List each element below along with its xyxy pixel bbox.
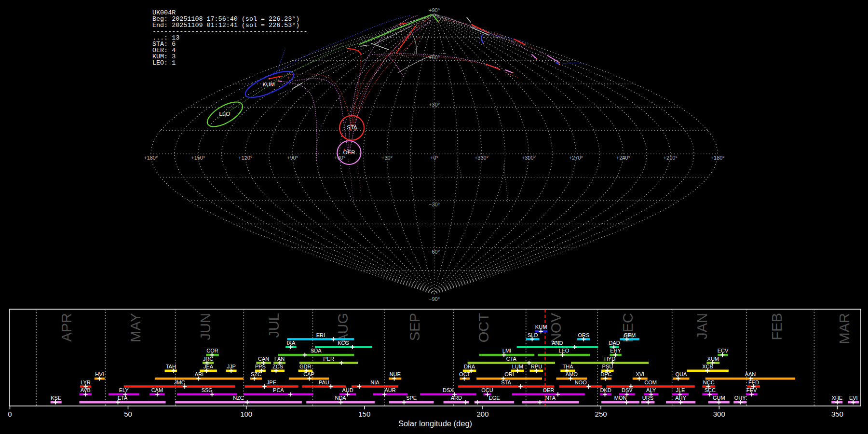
svg-text:LEO: LEO (558, 348, 569, 353)
svg-text:+180°: +180° (711, 155, 725, 161)
svg-text:NUE: NUE (390, 371, 401, 377)
svg-text:JAN: JAN (694, 313, 710, 339)
svg-text:IXA: IXA (287, 340, 296, 346)
svg-text:AMO: AMO (566, 371, 578, 377)
svg-text:KUM: KUM (262, 81, 275, 87)
svg-text:DKD: DKD (600, 387, 611, 393)
svg-text:MON: MON (614, 395, 627, 401)
svg-text:GDR: GDR (299, 364, 312, 369)
svg-text:+300°: +300° (522, 155, 536, 161)
svg-text:LUM: LUM (512, 364, 523, 369)
svg-text:+90°: +90° (287, 155, 298, 161)
svg-text:XCB: XCB (702, 364, 713, 369)
svg-text:−30°: −30° (429, 202, 440, 207)
svg-text:OCT: OCT (476, 313, 491, 343)
svg-text:CAN: CAN (258, 356, 269, 362)
svg-text:COR: COR (206, 348, 218, 353)
svg-text:SEP: SEP (407, 313, 422, 341)
svg-text:MAR: MAR (837, 313, 852, 344)
svg-text:+210°: +210° (664, 155, 678, 161)
svg-text:FEB: FEB (769, 313, 785, 340)
svg-text:HYD: HYD (604, 356, 615, 362)
svg-text:XUM: XUM (707, 356, 719, 362)
svg-text:MAY: MAY (128, 313, 143, 342)
svg-text:HVI: HVI (95, 371, 104, 377)
svg-text:PCA: PCA (273, 387, 284, 393)
svg-text:DEC: DEC (620, 313, 636, 342)
svg-text:XVI: XVI (636, 371, 644, 377)
svg-text:ETA: ETA (118, 395, 128, 401)
svg-text:KCG: KCG (338, 340, 349, 346)
svg-text:COM: COM (644, 380, 657, 385)
svg-text:GEM: GEM (624, 332, 636, 338)
svg-text:URS: URS (642, 395, 653, 401)
svg-text:−60°: −60° (429, 249, 440, 255)
svg-text:200: 200 (476, 410, 488, 418)
svg-text:150: 150 (358, 410, 370, 418)
svg-text:AHY: AHY (675, 395, 686, 401)
svg-text:NZC: NZC (233, 395, 244, 401)
svg-text:SSG: SSG (202, 387, 213, 393)
svg-text:DSV: DSV (622, 387, 633, 393)
svg-text:AND: AND (552, 340, 563, 346)
svg-text:+180°: +180° (144, 155, 158, 161)
svg-text:NTA: NTA (545, 395, 556, 401)
svg-text:CAP: CAP (303, 371, 314, 377)
svg-text:OHY: OHY (734, 395, 746, 401)
svg-text:KSE: KSE (51, 395, 61, 401)
svg-text:LEO: LEO (219, 111, 230, 117)
svg-text:PER: PER (323, 356, 334, 362)
svg-text:EVI: EVI (849, 395, 858, 401)
svg-text:0: 0 (8, 410, 12, 418)
svg-text:JUL: JUL (266, 313, 282, 338)
svg-text:300: 300 (713, 410, 725, 418)
svg-text:EGE: EGE (488, 395, 500, 401)
svg-text:FAN: FAN (274, 356, 285, 362)
svg-text:LEO: 1: LEO: 1 (152, 59, 176, 67)
svg-text:XHE: XHE (831, 395, 842, 401)
svg-text:DPC: DPC (600, 371, 611, 377)
svg-text:QUA: QUA (675, 371, 687, 377)
svg-text:JPE: JPE (267, 380, 276, 385)
svg-text:+270°: +270° (569, 155, 583, 161)
svg-text:JRC: JRC (203, 356, 213, 362)
svg-text:OER: OER (542, 387, 554, 393)
svg-text:FEV: FEV (746, 387, 757, 393)
svg-text:ECV: ECV (718, 348, 729, 353)
svg-text:AVB: AVB (81, 387, 91, 393)
svg-text:350: 350 (831, 410, 843, 418)
svg-text:AUD: AUD (342, 387, 353, 393)
svg-text:PPS: PPS (255, 364, 266, 369)
svg-text:FED: FED (748, 380, 759, 385)
svg-text:+0°: +0° (430, 155, 438, 161)
svg-text:ZCS: ZCS (272, 364, 283, 369)
svg-text:DRA: DRA (464, 364, 475, 369)
svg-text:PSU: PSU (602, 364, 613, 369)
svg-text:50: 50 (124, 410, 132, 418)
svg-text:JLE: JLE (676, 387, 685, 393)
svg-text:AUR: AUR (384, 387, 395, 393)
svg-text:SCC: SCC (705, 387, 716, 393)
svg-text:OCT: OCT (459, 371, 471, 377)
svg-text:CAM: CAM (151, 387, 163, 393)
svg-text:+30°: +30° (381, 155, 393, 161)
svg-text:JMC: JMC (174, 380, 185, 385)
svg-text:ARI: ARI (195, 371, 203, 377)
svg-text:−90°: −90° (429, 296, 440, 302)
svg-text:LYR: LYR (81, 380, 91, 385)
svg-text:SPE: SPE (406, 395, 417, 401)
svg-text:+90°: +90° (429, 7, 440, 13)
svg-text:ELY: ELY (119, 387, 129, 393)
svg-text:EHY: EHY (610, 348, 621, 353)
svg-text:STA: STA (501, 380, 511, 385)
svg-text:NDA: NDA (335, 395, 346, 401)
svg-text:100: 100 (240, 410, 252, 418)
svg-text:ALY: ALY (646, 387, 656, 393)
svg-text:APR: APR (59, 313, 74, 342)
svg-text:OCU: OCU (481, 387, 493, 393)
svg-text:ERI: ERI (316, 332, 325, 338)
svg-text:JEA: JEA (203, 364, 214, 369)
svg-text:NCC: NCC (703, 380, 715, 385)
svg-text:SZC: SZC (251, 371, 261, 377)
svg-text:250: 250 (595, 410, 607, 418)
